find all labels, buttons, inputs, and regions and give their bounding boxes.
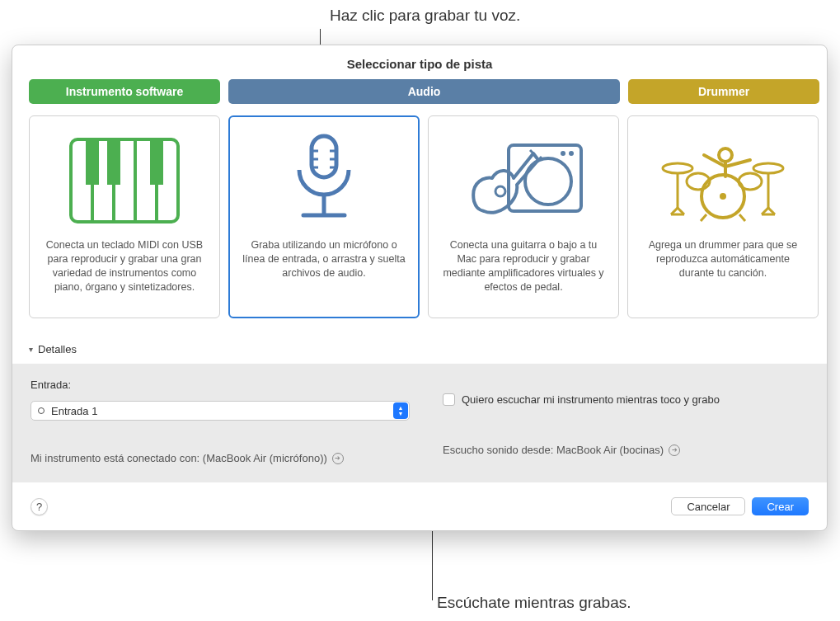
piano-keys-icon — [41, 131, 208, 230]
input-select-value: Entrada 1 — [51, 405, 97, 417]
help-button[interactable]: ? — [31, 498, 48, 515]
svg-line-39 — [701, 214, 706, 221]
output-device-text: Escucho sonido desde: MacBook Air (bocin… — [443, 444, 664, 456]
card-drummer-text: Agrega un drummer para que se reproduzca… — [640, 238, 806, 280]
tab-audio[interactable]: Audio — [228, 79, 620, 104]
svg-rect-6 — [107, 139, 120, 185]
guitar-amp-icon — [440, 131, 607, 230]
checkbox-icon — [443, 393, 455, 406]
details-toggle[interactable]: ▾ Detalles — [12, 340, 827, 364]
card-guitar-text: Conecta una guitarra o bajo a tu Mac par… — [440, 238, 607, 294]
input-channel-circle-icon — [38, 407, 45, 414]
svg-line-40 — [739, 214, 745, 221]
select-stepper-icon: ▲▼ — [393, 402, 408, 419]
card-software-instrument[interactable]: Conecta un teclado MIDI con USB para rep… — [29, 115, 220, 318]
card-mic-text: Graba utilizando un micrófono o línea de… — [241, 238, 407, 280]
dialog-title: Seleccionar tipo de pista — [12, 45, 827, 79]
cancel-button[interactable]: Cancelar — [671, 497, 745, 515]
details-label: Detalles — [38, 343, 77, 355]
chevron-down-icon: ▾ — [29, 345, 33, 354]
svg-point-20 — [569, 151, 574, 156]
details-panel: Entrada: Entrada 1 ▲▼ Mi instrumento est… — [12, 364, 827, 482]
drummer-icon — [640, 131, 806, 230]
input-device-text: Mi instrumento está conectado con: (MacB… — [31, 452, 327, 464]
svg-rect-8 — [312, 136, 336, 177]
card-audio-mic[interactable]: Graba utilizando un micrófono o línea de… — [228, 115, 420, 318]
svg-point-25 — [663, 163, 692, 173]
svg-point-36 — [720, 193, 726, 200]
card-audio-guitar[interactable]: Conecta una guitarra o bajo a tu Mac par… — [428, 115, 619, 318]
monitor-checkbox[interactable]: Quiero escuchar mi instrumento mientras … — [443, 393, 809, 406]
svg-rect-5 — [86, 139, 99, 185]
callout-record-voice: Haz clic para grabar tu voz. — [330, 7, 520, 25]
svg-point-19 — [561, 151, 565, 156]
tab-software-instrument[interactable]: Instrumento software — [29, 79, 220, 104]
dialog-footer: ? Cancelar Crear — [12, 482, 827, 530]
input-select[interactable]: Entrada 1 ▲▼ — [31, 401, 410, 421]
svg-point-24 — [719, 148, 732, 162]
create-button[interactable]: Crear — [752, 497, 809, 515]
svg-point-21 — [495, 186, 505, 196]
track-type-tabs: Instrumento software Audio Drummer — [12, 79, 827, 104]
svg-point-30 — [753, 163, 783, 173]
track-type-cards: Conecta un teclado MIDI con USB para rep… — [12, 104, 827, 340]
output-device-link[interactable]: ➔ — [669, 445, 680, 456]
track-type-dialog: Seleccionar tipo de pista Instrumento so… — [12, 45, 828, 531]
callout-listen-self: Escúchate mientras grabas. — [437, 594, 631, 612]
card-software-text: Conecta un teclado MIDI con USB para rep… — [41, 238, 208, 294]
svg-rect-7 — [150, 139, 163, 185]
input-label: Entrada: — [31, 379, 410, 391]
svg-point-38 — [739, 173, 762, 190]
svg-line-22 — [530, 150, 533, 153]
tab-drummer[interactable]: Drummer — [628, 79, 819, 104]
microphone-icon — [241, 131, 407, 230]
input-device-link[interactable]: ➔ — [332, 453, 344, 464]
card-drummer[interactable]: Agrega un drummer para que se reproduzca… — [627, 115, 819, 318]
monitor-label: Quiero escuchar mi instrumento mientras … — [462, 393, 720, 406]
